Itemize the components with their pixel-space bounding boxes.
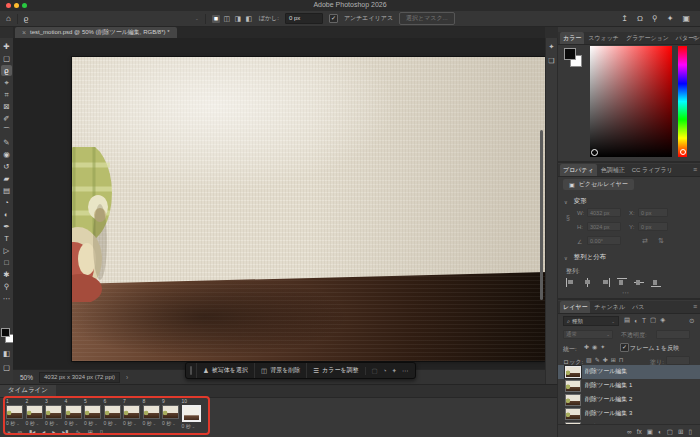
frame-delay-select[interactable]: 0 秒⌄ (84, 420, 101, 426)
eraser-tool[interactable]: ▰ (1, 173, 12, 184)
tab-channels[interactable]: チャンネル (591, 301, 628, 313)
tab-gradients[interactable]: グラデーション (623, 32, 672, 44)
task-bar-drag-handle[interactable] (190, 366, 192, 375)
foreground-color-swatch[interactable] (1, 328, 10, 337)
close-tab-icon[interactable]: × (22, 29, 26, 36)
frame-delay-select[interactable]: 0 秒⌄ (26, 420, 43, 426)
path-selection-tool[interactable]: ▷ (1, 245, 12, 256)
tab-adjustments[interactable]: 色調補正 (598, 164, 628, 176)
timeline-frame-3[interactable]: 30 秒⌄ (45, 399, 62, 426)
layer-row[interactable]: 削除ツール編集 3 (558, 407, 700, 421)
type-tool[interactable]: T (1, 233, 12, 244)
blur-tool[interactable]: ◔ (1, 197, 12, 208)
timeline-frame-1[interactable]: 10 秒⌄ (6, 399, 23, 426)
convert-to-video-timeline-icon[interactable]: ⌁ (7, 428, 11, 436)
timeline-frame-8[interactable]: 80 秒⌄ (143, 399, 160, 426)
frame-delay-select[interactable]: 0 秒⌄ (6, 420, 23, 426)
link-dimensions-icon[interactable]: § (566, 214, 570, 221)
home-icon[interactable]: ⌂ (6, 14, 11, 24)
edit-toolbar-icon[interactable]: ⋯ (1, 293, 12, 304)
zoom-tool[interactable]: ⚲ (1, 281, 12, 292)
next-frame-button[interactable]: ▸▮ (62, 428, 68, 436)
panel-menu-icon[interactable]: ≡ (693, 303, 697, 310)
gradient-tool[interactable]: ▤ (1, 185, 12, 196)
antialias-checkbox[interactable]: ✓ (329, 14, 338, 23)
frame-tool[interactable]: ⊠ (1, 101, 12, 112)
subtract-selection-icon[interactable]: ◨ (234, 15, 242, 23)
tab-paths[interactable]: パス (629, 301, 647, 313)
previous-frame-button[interactable]: ◂ (42, 428, 45, 436)
align-left-button[interactable] (566, 278, 576, 287)
filter-shape-layers-icon[interactable]: ▢ (650, 316, 656, 324)
tab-cc-libraries[interactable]: CC ライブラリ (629, 164, 676, 176)
frame-delay-select[interactable]: 0 秒⌄ (162, 420, 179, 426)
eyedropper-tool[interactable]: ✐ (1, 113, 12, 124)
delete-frame-button[interactable]: ▯ (100, 428, 103, 436)
filter-adjustment-layers-icon[interactable]: ◐ (634, 317, 638, 324)
layer-filter-select[interactable]: ⌕ 種類 ⌄ (563, 316, 619, 326)
comments-icon[interactable]: ❏ (548, 57, 554, 65)
align-section-header[interactable]: ∨ 整列と分布 (564, 253, 606, 262)
lock-transparency-icon[interactable]: ▨ (586, 356, 592, 363)
document-tab[interactable]: × test_motion.psd @ 50% (削除ツール編集, RGB/8*… (15, 27, 177, 38)
flip-vertical-icon[interactable]: ⇅ (658, 237, 664, 245)
frame-delay-select[interactable]: 0 秒⌄ (45, 420, 62, 426)
filter-pixel-layers-icon[interactable]: ▤ (624, 316, 630, 324)
timeline-frame-9[interactable]: 90 秒⌄ (162, 399, 179, 426)
share-icon[interactable]: ↥ (621, 14, 628, 23)
unify-style-icon[interactable]: ✦ (600, 343, 605, 350)
canvas-scrollbar[interactable] (540, 130, 543, 300)
tab-swatches[interactable]: スウォッチ (585, 32, 622, 44)
move-tool[interactable]: ✚ (1, 41, 12, 52)
feather-input[interactable]: 0 px (285, 13, 323, 24)
canvas-area[interactable] (13, 38, 545, 369)
object-selection-tool[interactable]: ⌖ (1, 77, 12, 88)
layer-mask-icon[interactable]: ▣ (647, 428, 653, 436)
dodge-tool[interactable]: ◐ (1, 209, 12, 220)
history-brush-tool[interactable]: ↺ (1, 161, 12, 172)
clone-stamp-tool[interactable]: ◉ (1, 149, 12, 160)
transform-section-header[interactable]: ∨ 変形 (564, 197, 587, 206)
hand-tool[interactable]: ✱ (1, 269, 12, 280)
add-selection-icon[interactable]: ◫ (223, 15, 231, 23)
search-icon[interactable]: ⚲ (652, 14, 658, 23)
tab-color[interactable]: カラー (560, 32, 584, 44)
generative-fill-icon[interactable]: ✦ (549, 43, 555, 51)
play-button[interactable]: ▸ (52, 428, 55, 436)
group-layers-icon[interactable]: ▢ (667, 428, 673, 436)
filter-toggle-icon[interactable]: ⊙ (689, 317, 694, 325)
frame-delay-select[interactable]: 0 秒⌄ (123, 420, 140, 426)
flip-horizontal-icon[interactable]: ⇄ (642, 237, 648, 245)
first-frame-button[interactable]: ▮◂ (29, 428, 35, 436)
select-subject-button[interactable]: ♟被写体を選択 (196, 363, 254, 378)
crop-tool[interactable]: ⌗ (1, 89, 12, 100)
lasso-tool[interactable]: ϱ (1, 65, 12, 76)
delete-layer-icon[interactable]: ▯ (688, 428, 692, 436)
align-top-button[interactable] (617, 278, 627, 287)
panel-menu-icon[interactable]: ≡ (693, 166, 697, 173)
timeline-frame-6[interactable]: 60 秒⌄ (104, 399, 121, 426)
remove-background-button[interactable]: ◫背景を削除 (254, 363, 306, 378)
lock-pixels-icon[interactable]: ✎ (595, 356, 600, 363)
more-align-options-button[interactable]: ⋯ (622, 289, 629, 297)
frame-delay-select[interactable]: 0 秒⌄ (182, 423, 199, 429)
foreground-color-swatch[interactable] (564, 48, 576, 60)
unify-visibility-icon[interactable]: ◉ (592, 343, 597, 350)
timeline-frame-10[interactable]: 100 秒⌄ (182, 399, 199, 429)
lock-artboard-icon[interactable]: ⊞ (611, 356, 616, 363)
new-layer-icon[interactable]: ⊞ (678, 428, 683, 436)
timeline-frame-5[interactable]: 50 秒⌄ (84, 399, 101, 426)
adjustment-layer-icon[interactable]: ◐ (658, 428, 662, 435)
frame-delay-select[interactable]: 0 秒⌄ (104, 420, 121, 426)
adjustment-action-icon[interactable]: ◔ (383, 367, 387, 374)
tab-properties[interactable]: プロパティ (560, 164, 597, 176)
color-cursor[interactable] (591, 149, 598, 156)
timeline-frame-2[interactable]: 20 秒⌄ (26, 399, 43, 426)
document-canvas[interactable] (72, 57, 545, 361)
new-selection-icon[interactable]: ■ (212, 15, 220, 23)
select-and-mask-button[interactable]: 選択とマスク... (399, 12, 455, 25)
lock-all-icon[interactable]: ⊓ (619, 356, 624, 363)
frame-delay-select[interactable]: 0 秒⌄ (65, 420, 82, 426)
more-options-icon[interactable]: ⋯ (402, 367, 409, 375)
propagate-frame-checkbox[interactable]: ✓ (620, 343, 629, 352)
